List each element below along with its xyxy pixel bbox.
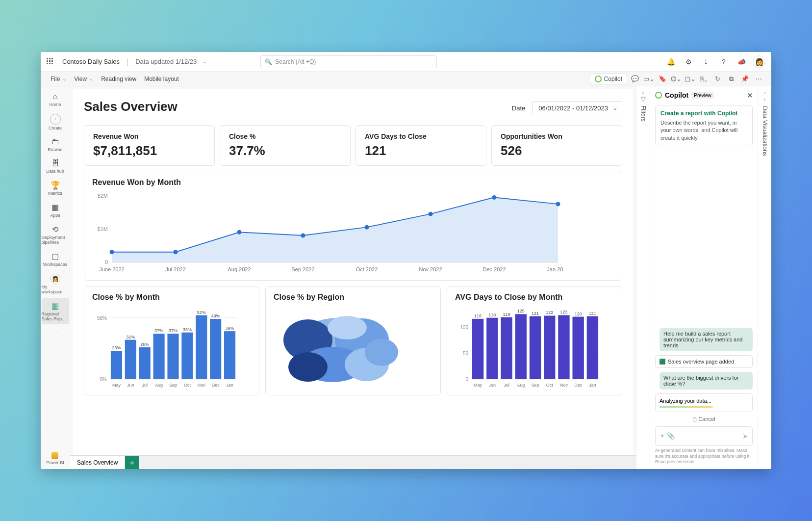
svg-text:37%: 37% <box>169 328 178 333</box>
date-range-dropdown[interactable]: 06/01/2022 - 01/12/2023 <box>532 101 622 115</box>
tab-sales-overview[interactable]: Sales Overview <box>70 456 125 469</box>
bookmark-icon[interactable]: 🔖 <box>657 73 668 85</box>
nav-workspaces[interactable]: ▢Workspaces <box>42 249 69 270</box>
nav-regional-sales[interactable]: ▥Regional Sales Rep... <box>42 298 69 324</box>
nav-create[interactable]: +Create <box>42 111 69 133</box>
view-related-icon[interactable]: ⌬⌄ <box>670 73 682 85</box>
export-icon[interactable]: ⎘⌄ <box>698 73 710 85</box>
svg-rect-83 <box>558 315 569 379</box>
nav-browse[interactable]: 🗀Browse <box>42 134 69 155</box>
close-icon[interactable]: ✕ <box>747 92 753 99</box>
bot-response-card[interactable]: Sales overview page added <box>655 355 753 368</box>
copilot-input[interactable]: ✦ 📎 ➤ <box>655 426 753 446</box>
data-hub-icon: 🗄 <box>51 159 59 168</box>
data-visualizations-pane-collapsed[interactable]: ‹ ‹ Data Visualizations <box>758 86 771 469</box>
chevron-left-icon[interactable]: ‹ <box>764 96 766 102</box>
svg-rect-27 <box>125 340 136 379</box>
mobile-layout-button[interactable]: Mobile layout <box>141 74 182 84</box>
plus-circle-icon: + <box>50 114 61 125</box>
help-icon[interactable]: ? <box>717 55 730 68</box>
announcements-icon[interactable]: 📣 <box>735 55 748 68</box>
kpi-opps-won[interactable]: Opportunities Won 526 <box>491 125 622 166</box>
chart-revenue-by-month[interactable]: Revenue Won by Month 0$1M$2MJune 2022Jul… <box>84 172 622 281</box>
svg-rect-71 <box>501 317 512 379</box>
chart-close-by-region[interactable]: Close % by Region <box>265 287 441 395</box>
filters-pane-collapsed[interactable]: ‹ ▽ Filters <box>636 86 650 469</box>
copilot-intro-card[interactable]: Create a report with Copilot Describe th… <box>655 105 753 146</box>
pipeline-icon: ⟲ <box>52 225 58 234</box>
svg-rect-42 <box>196 315 207 379</box>
svg-point-55 <box>288 352 328 382</box>
svg-text:Jul 2022: Jul 2022 <box>165 266 186 272</box>
copilot-button[interactable]: Copilot <box>590 74 627 84</box>
datavis-label: Data Visualizations <box>761 106 768 156</box>
svg-text:50: 50 <box>463 351 469 356</box>
svg-text:Nov: Nov <box>560 383 568 388</box>
app-launcher-icon[interactable] <box>47 58 54 66</box>
svg-text:Oct: Oct <box>184 383 191 388</box>
svg-text:May: May <box>474 383 482 388</box>
file-menu[interactable]: File⌄ <box>48 74 69 84</box>
svg-text:Jun: Jun <box>127 383 134 388</box>
kpi-row: Revenue Won $7,811,851 Close % 37.7% AVG… <box>84 125 622 166</box>
chart-avg-days-by-month[interactable]: AVG Days to Close by Month 050100116May1… <box>447 287 622 395</box>
nav-home[interactable]: ⌂Home <box>42 89 69 110</box>
analyzing-card: Analyzing your data... <box>655 393 753 412</box>
svg-text:Dec: Dec <box>212 383 220 388</box>
svg-text:$2M: $2M <box>98 193 108 199</box>
folder-icon: 🗀 <box>51 137 59 146</box>
pin-icon[interactable]: 📌 <box>739 73 751 85</box>
user-avatar[interactable]: 👩 <box>753 55 765 68</box>
present-icon[interactable]: ▢⌄ <box>684 73 696 85</box>
notifications-icon[interactable]: 🔔 <box>664 55 677 68</box>
svg-text:121: 121 <box>589 311 596 316</box>
svg-text:116: 116 <box>474 313 482 318</box>
powerbi-icon <box>51 452 58 459</box>
more-icon[interactable]: ⋯ <box>753 73 764 85</box>
chart-close-by-month[interactable]: Close % by Month 0%50%23%May32%Jun26%Jul… <box>84 287 259 395</box>
svg-rect-33 <box>153 334 165 379</box>
view-menu[interactable]: View⌄ <box>71 74 96 84</box>
svg-point-6 <box>237 230 242 234</box>
reading-view-button[interactable]: Reading view <box>98 74 139 84</box>
report-title[interactable]: Contoso Daily Sales <box>62 58 120 65</box>
chevron-left-icon[interactable]: ‹ <box>642 89 644 95</box>
comments-icon[interactable]: 💬 <box>629 73 641 85</box>
svg-rect-48 <box>224 331 235 379</box>
search-placeholder: Search (Alt +Q) <box>275 58 316 65</box>
home-icon: ⌂ <box>53 92 58 101</box>
svg-text:122: 122 <box>546 310 553 315</box>
kpi-close-pct[interactable]: Close % 37.7% <box>220 125 351 166</box>
kpi-revenue-won[interactable]: Revenue Won $7,811,851 <box>84 125 215 166</box>
search-input[interactable]: 🔍 Search (Alt +Q) <box>260 55 437 68</box>
nav-metrics[interactable]: 🏆Metrics <box>42 178 69 199</box>
settings-icon[interactable]: ⚙ <box>682 55 695 68</box>
kpi-avg-days[interactable]: AVG Days to Close 121 <box>355 125 486 166</box>
svg-rect-77 <box>530 316 541 379</box>
svg-rect-89 <box>587 316 598 379</box>
nav-pipelines[interactable]: ⟲Deployment pipelines <box>42 222 69 248</box>
trophy-icon: 🏆 <box>51 181 60 190</box>
svg-point-9 <box>429 212 433 216</box>
nav-data-hub[interactable]: 🗄Data hub <box>42 156 69 177</box>
svg-text:Jan 2023: Jan 2023 <box>547 266 563 272</box>
nav-my-workspace[interactable]: 👩My workspace <box>42 271 69 297</box>
chevron-down-icon[interactable]: ⌄ <box>203 59 206 64</box>
nav-more[interactable]: … <box>42 325 69 336</box>
cancel-button[interactable]: ◻ Cancel <box>655 416 753 422</box>
nav-rail: ⌂Home +Create 🗀Browse 🗄Data hub 🏆Metrics… <box>41 86 70 469</box>
workspaces-icon: ▢ <box>51 252 59 261</box>
persist-filters-icon[interactable]: ▭⌄ <box>643 73 655 85</box>
nav-apps[interactable]: ▦Apps <box>42 200 69 221</box>
send-icon[interactable]: ➤ <box>742 432 748 440</box>
copy-icon[interactable]: ⧉ <box>725 73 737 85</box>
app-window: Contoso Daily Sales | Data updated 1/12/… <box>41 52 771 469</box>
refresh-icon[interactable]: ↻ <box>711 73 723 85</box>
chevron-left-icon[interactable]: ‹ <box>764 89 766 95</box>
download-icon[interactable]: ⭳ <box>700 55 712 68</box>
svg-text:Nov: Nov <box>198 383 206 388</box>
add-page-button[interactable]: + <box>125 456 139 469</box>
copilot-chat: Help me build a sales report summarizing… <box>650 328 758 426</box>
copilot-footer-note: AI-generated content can have mistakes. … <box>650 448 758 469</box>
svg-text:Aug 2022: Aug 2022 <box>228 266 251 272</box>
